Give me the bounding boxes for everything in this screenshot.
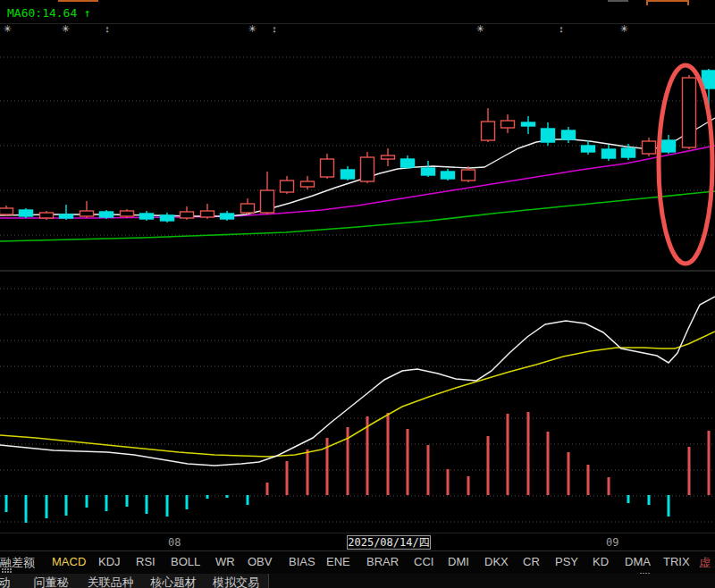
indicator-tab-kd[interactable]: KD [593,555,609,568]
event-marker-star-icon[interactable]: ✳ [474,23,486,35]
date-axis: 08 2025/08/14/四 09 [0,533,715,550]
candle-body [80,211,94,216]
selected-date-box: 2025/08/14/四 [347,535,431,550]
candle-body [321,159,334,177]
candle-body [401,159,415,167]
candle-body [542,129,555,142]
candle-body [301,181,315,187]
indicator-tab-ene[interactable]: ENE [326,555,350,568]
candle-body [241,204,255,213]
stock-chart-screen: MA60:14.64 ↑ ✳✳↕✳↕✳↕✳ 08 2025/08/14/四 09… [0,0,715,588]
event-marker-arrows-icon[interactable]: ↕ [268,23,281,34]
indicator-tab-两融差额[interactable]: 两融差额 [0,555,35,571]
axis-month-right: 09 [606,536,618,549]
indicator-tab-obv[interactable]: OBV [248,555,272,568]
candle-body [683,78,696,147]
indicator-tab-dma[interactable]: DMA [625,555,651,568]
candle-body [462,170,475,181]
candle-body [382,155,395,159]
bottom-tab-问董秘[interactable]: 问董秘 [24,574,79,588]
indicator-tab-boll[interactable]: BOLL [171,555,200,568]
indicator-tab-trix[interactable]: TRIX [663,555,690,568]
candle-body [341,170,355,179]
indicator-tab-cr[interactable]: CR [523,555,540,568]
candle-body [121,211,134,216]
indicator-tab-dkx[interactable]: DKX [484,555,509,568]
candle-body [582,146,595,152]
candle-body [361,157,374,181]
indicator-tab-cci[interactable]: CCI [414,555,433,568]
indicator-tab-bar: 两融差额MACDKDJRSIBOLLWROBVBIASENEBRARCCIDMI… [0,550,715,575]
candle-body [0,208,13,214]
axis-month-left: 08 [168,536,181,549]
event-marker-arrows-icon[interactable]: ↕ [555,23,568,34]
candle-body [60,214,73,218]
bottom-tab-异动[interactable]: 异动 [0,574,25,588]
candle-body [140,214,154,219]
indicator-tab-brar[interactable]: BRAR [366,555,399,568]
indicator-tab-psy[interactable]: PSY [555,555,578,568]
indicator-tab-bias[interactable]: BIAS [289,555,315,568]
candle-body [622,148,635,157]
indicator-tab-macd[interactable]: MACD [52,555,86,568]
candle-body [482,122,495,140]
candle-body [442,172,455,179]
candle-body [602,149,616,158]
indicator-tab-rsi[interactable]: RSI [136,555,156,568]
candle-body [201,211,214,217]
event-marker-star-icon[interactable]: ✳ [1,23,13,35]
bottom-tab-bar: 异动问董秘关联品种核心题材模拟交易 [0,574,715,588]
candle-body [562,130,576,139]
candle-body [261,190,274,213]
candle-body [221,214,234,219]
candle-body [161,215,174,221]
indicator-tab-dmi[interactable]: DMI [448,555,469,568]
candle-body [422,168,435,175]
candle-body [522,122,535,126]
candle-body [181,212,194,218]
indicator-tab-wr[interactable]: WR [215,555,235,568]
event-marker-star-icon[interactable]: ✳ [618,23,630,35]
candle-body [100,212,114,217]
candle-body [501,121,515,128]
bottom-tab-关联品种[interactable]: 关联品种 [78,574,144,588]
kline-macd-chart-canvas[interactable] [0,0,715,533]
bottom-tab-核心题材[interactable]: 核心题材 [143,574,205,588]
candle-body [643,141,656,154]
candle-body [20,210,33,216]
candle-body [40,213,54,218]
event-marker-star-icon[interactable]: ✳ [246,23,258,35]
indicator-tab-虚[interactable]: 虚 [699,555,711,571]
candle-body [281,181,294,192]
indicator-tab-kdj[interactable]: KDJ [98,555,121,568]
bottom-tab-模拟交易[interactable]: 模拟交易 [204,574,269,588]
drag-handle-dots-icon[interactable] [2,568,4,570]
event-marker-arrows-icon[interactable]: ↕ [101,23,114,34]
candle-body [662,140,676,152]
event-marker-star-icon[interactable]: ✳ [59,23,72,35]
